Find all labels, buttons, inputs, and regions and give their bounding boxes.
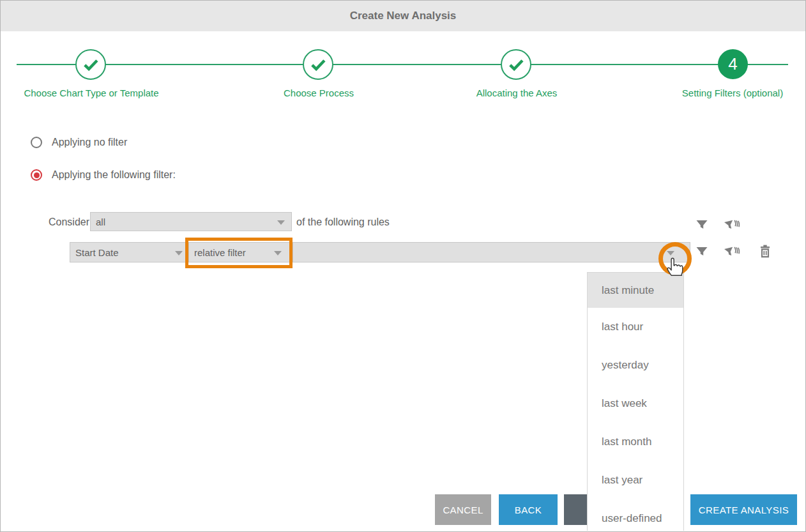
chevron-down-icon [274,251,282,255]
radio-with-filter-label[interactable]: Applying the following filter: [52,169,176,181]
consider-select[interactable]: all [90,212,292,231]
check-icon [505,54,527,75]
add-filter-icon[interactable] [694,244,710,261]
add-filter-group-icon[interactable] [724,217,741,234]
dropdown-item[interactable]: last hour [588,308,683,346]
create-analysis-dialog: Create New Analysis 4 Choose Chart Type … [0,0,806,532]
dropdown-item[interactable]: yesterday [588,346,683,384]
cancel-button[interactable]: CANCEL [435,494,491,525]
radio-no-filter[interactable]: Applying no filter [31,136,127,149]
rule-value-select[interactable] [293,242,690,262]
dropdown-item[interactable]: last week [588,384,683,423]
relative-filter-dropdown: last minute last hour yesterday last wee… [587,272,684,531]
dropdown-item[interactable]: last year [588,461,683,499]
radio-dot [34,172,40,178]
check-icon [307,54,329,75]
step-3-label: Allocating the Axes [421,87,612,98]
dialog-header: Create New Analysis [1,1,805,31]
rule-operator-value: relative filter [194,247,246,258]
add-filter-group-icon[interactable] [724,244,741,261]
step-2-circle[interactable] [303,49,333,80]
consider-label: Consider [49,217,89,228]
check-icon [80,54,102,75]
dropdown-item[interactable]: last month [588,423,683,461]
consider-suffix-label: of the following rules [296,217,390,228]
step-4-number: 4 [728,54,737,74]
rule-field-value: Start Date [75,247,119,258]
step-3-circle[interactable] [501,49,531,80]
radio-circle-selected[interactable] [31,169,42,181]
stepper-line [17,64,788,65]
step-1-circle[interactable] [75,49,106,80]
consider-select-value: all [96,217,105,227]
radio-no-filter-label[interactable]: Applying no filter [52,137,127,148]
radio-circle[interactable] [31,137,42,148]
back-button[interactable]: BACK [499,494,558,525]
create-analysis-button[interactable]: CREATE ANALYSIS [690,494,797,525]
chevron-down-icon [175,251,183,255]
chevron-down-icon [277,220,285,225]
step-4-label: Setting Filters (optional) [637,87,806,98]
dropdown-item[interactable]: last minute [588,273,683,308]
radio-with-filter[interactable]: Applying the following filter: [31,169,176,181]
rule-field-select[interactable]: Start Date [70,242,188,262]
delete-rule-icon[interactable] [757,243,773,260]
dialog-title: Create New Analysis [350,10,457,22]
step-1-label: Choose Chart Type or Template [0,87,187,98]
step-4-circle[interactable]: 4 [718,49,748,79]
chevron-down-icon [667,251,674,255]
dropdown-item[interactable]: user-defined [588,499,683,532]
step-2-label: Choose Process [223,87,414,98]
rule-operator-select[interactable]: relative filter [188,242,293,262]
add-filter-icon[interactable] [694,217,710,234]
